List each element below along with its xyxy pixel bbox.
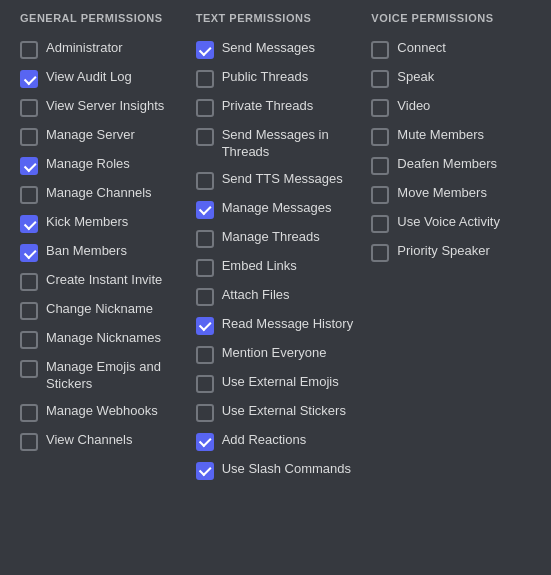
voice-header: VOICE PERMISSIONS: [371, 12, 531, 28]
checkbox-connect[interactable]: [371, 41, 389, 59]
permission-item-private-threads: Private Threads: [196, 98, 356, 117]
checkbox-embed-links[interactable]: [196, 259, 214, 277]
checkbox-mention-everyone[interactable]: [196, 346, 214, 364]
checkbox-send-messages[interactable]: [196, 41, 214, 59]
checkbox-create-instant-invite[interactable]: [20, 273, 38, 291]
checkbox-read-message-history[interactable]: [196, 317, 214, 335]
permission-item-manage-roles: Manage Roles: [20, 156, 180, 175]
label-view-server-insights: View Server Insights: [46, 98, 164, 115]
label-manage-nicknames: Manage Nicknames: [46, 330, 161, 347]
label-manage-emojis-stickers: Manage Emojis and Stickers: [46, 359, 180, 393]
checkbox-add-reactions[interactable]: [196, 433, 214, 451]
label-use-voice-activity: Use Voice Activity: [397, 214, 500, 231]
general-header: GENERAL PERMISSIONS: [20, 12, 180, 28]
permission-item-kick-members: Kick Members: [20, 214, 180, 233]
column-text: TEXT PERMISSIONSSend MessagesPublic Thre…: [188, 12, 364, 490]
permission-item-send-messages-in-threads: Send Messages in Threads: [196, 127, 356, 161]
label-embed-links: Embed Links: [222, 258, 297, 275]
checkbox-manage-server[interactable]: [20, 128, 38, 146]
label-manage-channels: Manage Channels: [46, 185, 152, 202]
text-header: TEXT PERMISSIONS: [196, 12, 356, 28]
permission-item-manage-messages: Manage Messages: [196, 200, 356, 219]
checkbox-attach-files[interactable]: [196, 288, 214, 306]
permission-item-deafen-members: Deafen Members: [371, 156, 531, 175]
permission-item-use-voice-activity: Use Voice Activity: [371, 214, 531, 233]
checkbox-view-channels[interactable]: [20, 433, 38, 451]
permission-item-manage-server: Manage Server: [20, 127, 180, 146]
checkbox-view-server-insights[interactable]: [20, 99, 38, 117]
permission-item-view-channels: View Channels: [20, 432, 180, 451]
label-create-instant-invite: Create Instant Invite: [46, 272, 162, 289]
checkbox-priority-speaker[interactable]: [371, 244, 389, 262]
label-mention-everyone: Mention Everyone: [222, 345, 327, 362]
checkbox-send-tts-messages[interactable]: [196, 172, 214, 190]
permission-item-attach-files: Attach Files: [196, 287, 356, 306]
checkbox-use-voice-activity[interactable]: [371, 215, 389, 233]
label-ban-members: Ban Members: [46, 243, 127, 260]
checkbox-move-members[interactable]: [371, 186, 389, 204]
permission-item-send-messages: Send Messages: [196, 40, 356, 59]
label-speak: Speak: [397, 69, 434, 86]
label-send-messages: Send Messages: [222, 40, 315, 57]
label-view-audit-log: View Audit Log: [46, 69, 132, 86]
checkbox-administrator[interactable]: [20, 41, 38, 59]
label-kick-members: Kick Members: [46, 214, 128, 231]
permission-item-manage-webhooks: Manage Webhooks: [20, 403, 180, 422]
permission-item-send-tts-messages: Send TTS Messages: [196, 171, 356, 190]
permissions-grid: GENERAL PERMISSIONSAdministratorView Aud…: [12, 12, 539, 490]
checkbox-video[interactable]: [371, 99, 389, 117]
checkbox-manage-channels[interactable]: [20, 186, 38, 204]
checkbox-manage-roles[interactable]: [20, 157, 38, 175]
permission-item-use-slash-commands: Use Slash Commands: [196, 461, 356, 480]
label-read-message-history: Read Message History: [222, 316, 354, 333]
checkbox-use-external-stickers[interactable]: [196, 404, 214, 422]
checkbox-use-slash-commands[interactable]: [196, 462, 214, 480]
permission-item-video: Video: [371, 98, 531, 117]
checkbox-deafen-members[interactable]: [371, 157, 389, 175]
label-private-threads: Private Threads: [222, 98, 314, 115]
label-view-channels: View Channels: [46, 432, 132, 449]
checkbox-public-threads[interactable]: [196, 70, 214, 88]
label-add-reactions: Add Reactions: [222, 432, 307, 449]
checkbox-view-audit-log[interactable]: [20, 70, 38, 88]
checkbox-change-nickname[interactable]: [20, 302, 38, 320]
label-use-external-stickers: Use External Stickers: [222, 403, 346, 420]
permission-item-public-threads: Public Threads: [196, 69, 356, 88]
label-manage-roles: Manage Roles: [46, 156, 130, 173]
label-public-threads: Public Threads: [222, 69, 308, 86]
checkbox-manage-threads[interactable]: [196, 230, 214, 248]
permission-item-connect: Connect: [371, 40, 531, 59]
permission-item-change-nickname: Change Nickname: [20, 301, 180, 320]
permission-item-manage-nicknames: Manage Nicknames: [20, 330, 180, 349]
permission-item-view-server-insights: View Server Insights: [20, 98, 180, 117]
label-manage-webhooks: Manage Webhooks: [46, 403, 158, 420]
checkbox-mute-members[interactable]: [371, 128, 389, 146]
label-change-nickname: Change Nickname: [46, 301, 153, 318]
permission-item-priority-speaker: Priority Speaker: [371, 243, 531, 262]
checkbox-private-threads[interactable]: [196, 99, 214, 117]
checkbox-use-external-emojis[interactable]: [196, 375, 214, 393]
checkbox-manage-nicknames[interactable]: [20, 331, 38, 349]
checkbox-kick-members[interactable]: [20, 215, 38, 233]
permission-item-manage-threads: Manage Threads: [196, 229, 356, 248]
permission-item-create-instant-invite: Create Instant Invite: [20, 272, 180, 291]
label-use-slash-commands: Use Slash Commands: [222, 461, 351, 478]
checkbox-send-messages-in-threads[interactable]: [196, 128, 214, 146]
label-priority-speaker: Priority Speaker: [397, 243, 489, 260]
checkbox-ban-members[interactable]: [20, 244, 38, 262]
permission-item-move-members: Move Members: [371, 185, 531, 204]
permission-item-manage-emojis-stickers: Manage Emojis and Stickers: [20, 359, 180, 393]
label-video: Video: [397, 98, 430, 115]
checkbox-manage-messages[interactable]: [196, 201, 214, 219]
label-deafen-members: Deafen Members: [397, 156, 497, 173]
permission-item-speak: Speak: [371, 69, 531, 88]
checkbox-speak[interactable]: [371, 70, 389, 88]
label-manage-server: Manage Server: [46, 127, 135, 144]
checkbox-manage-emojis-stickers[interactable]: [20, 360, 38, 378]
permission-item-mute-members: Mute Members: [371, 127, 531, 146]
label-manage-messages: Manage Messages: [222, 200, 332, 217]
column-general: GENERAL PERMISSIONSAdministratorView Aud…: [12, 12, 188, 461]
permission-item-add-reactions: Add Reactions: [196, 432, 356, 451]
label-mute-members: Mute Members: [397, 127, 484, 144]
checkbox-manage-webhooks[interactable]: [20, 404, 38, 422]
